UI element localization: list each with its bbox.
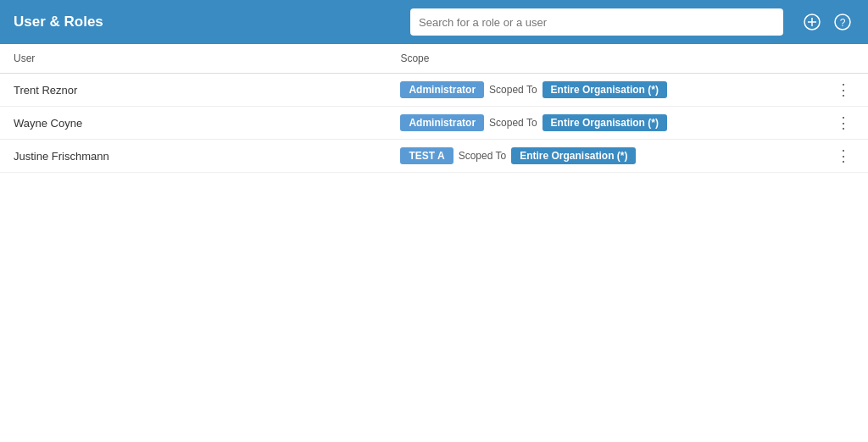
scope-cell: Administrator Scoped To Entire Organisat… — [387, 74, 819, 107]
header-actions: ? — [800, 10, 854, 34]
svg-text:?: ? — [840, 17, 846, 29]
help-button[interactable]: ? — [831, 10, 854, 34]
add-icon — [804, 14, 821, 30]
user-name: Wayne Coyne — [14, 117, 82, 130]
col-header-user: User — [0, 44, 387, 74]
users-table: User Scope Trent Reznor Administrator Sc… — [0, 44, 868, 173]
user-name: Trent Reznor — [14, 84, 77, 97]
role-badge[interactable]: TEST A — [400, 147, 453, 164]
main-content: User Scope Trent Reznor Administrator Sc… — [0, 44, 868, 442]
user-name: Justine Frischmann — [14, 150, 109, 163]
role-badge[interactable]: Administrator — [400, 114, 484, 131]
more-options-button[interactable]: ⋮ — [832, 80, 854, 99]
user-name-cell: Justine Frischmann — [0, 140, 387, 173]
scope-badge[interactable]: Entire Organisation (*) — [542, 114, 667, 131]
scope-content: TEST A Scoped To Entire Organisation (*) — [400, 147, 805, 164]
search-input[interactable] — [410, 8, 783, 36]
scope-cell: Administrator Scoped To Entire Organisat… — [387, 107, 819, 140]
scoped-to-label: Scoped To — [459, 150, 507, 162]
more-options-button[interactable]: ⋮ — [832, 113, 854, 132]
more-options-button[interactable]: ⋮ — [832, 146, 854, 165]
app-header: User & Roles ? — [0, 0, 868, 44]
page-title: User & Roles — [14, 14, 103, 30]
scope-badge[interactable]: Entire Organisation (*) — [511, 147, 636, 164]
user-name-cell: Trent Reznor — [0, 74, 387, 107]
actions-cell: ⋮ — [819, 107, 868, 140]
table-row: Wayne Coyne Administrator Scoped To Enti… — [0, 107, 868, 140]
actions-cell: ⋮ — [819, 74, 868, 107]
user-name-cell: Wayne Coyne — [0, 107, 387, 140]
role-badge[interactable]: Administrator — [400, 81, 484, 98]
search-wrapper — [410, 8, 783, 36]
add-button[interactable] — [800, 10, 824, 34]
scope-badge[interactable]: Entire Organisation (*) — [542, 81, 667, 98]
col-header-scope: Scope — [387, 44, 868, 74]
table-row: Justine Frischmann TEST A Scoped To Enti… — [0, 140, 868, 173]
actions-cell: ⋮ — [819, 140, 868, 173]
scope-content: Administrator Scoped To Entire Organisat… — [400, 114, 805, 131]
scoped-to-label: Scoped To — [489, 117, 537, 129]
scope-content: Administrator Scoped To Entire Organisat… — [400, 81, 805, 98]
table-row: Trent Reznor Administrator Scoped To Ent… — [0, 74, 868, 107]
scope-cell: TEST A Scoped To Entire Organisation (*) — [387, 140, 819, 173]
table-header: User Scope — [0, 44, 868, 74]
help-icon: ? — [834, 14, 851, 30]
scoped-to-label: Scoped To — [489, 84, 537, 96]
